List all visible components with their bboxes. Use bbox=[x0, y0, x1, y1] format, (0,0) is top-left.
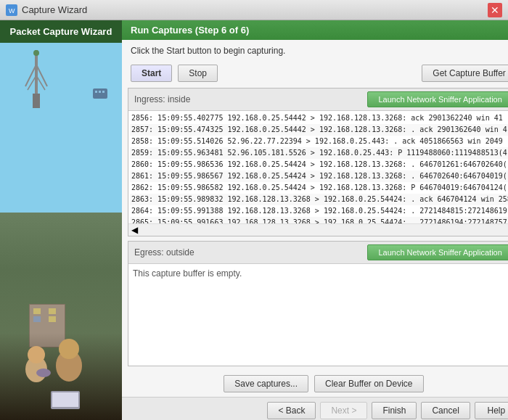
content-area: Run Captures (Step 6 of 6) Click the Sta… bbox=[122, 20, 508, 420]
clear-buffer-button[interactable]: Clear Buffer on Device bbox=[314, 375, 424, 392]
egress-section: Egress: outside Launch Network Sniffer A… bbox=[128, 241, 508, 366]
nav-buttons: < Back Next > Finish Cancel Help bbox=[122, 397, 508, 420]
log-entry: 2865: 15:09:55.991663 192.168.128.13.326… bbox=[130, 217, 508, 223]
ingress-header: Ingress: inside Launch Network Sniffer A… bbox=[128, 88, 508, 111]
log-entry: 2863: 15:09:55.989832 192.168.128.13.326… bbox=[130, 194, 508, 205]
svg-point-17 bbox=[59, 339, 79, 359]
log-entry: 2859: 15:09:55.963481 52.96.105.181.5526… bbox=[130, 147, 508, 159]
next-button: Next > bbox=[320, 402, 367, 419]
save-captures-button[interactable]: Save captures... bbox=[224, 375, 308, 392]
egress-header: Egress: outside Launch Network Sniffer A… bbox=[128, 242, 508, 264]
scroll-hint: ◀ ▶ bbox=[128, 223, 508, 236]
finish-button[interactable]: Finish bbox=[372, 402, 417, 419]
svg-text:W: W bbox=[9, 7, 15, 15]
sidebar: Packet Capture Wizard bbox=[0, 20, 122, 420]
log-entry: 2862: 15:09:55.986582 192.168.0.25.54424… bbox=[130, 182, 508, 194]
svg-rect-10 bbox=[95, 91, 97, 93]
ingress-section: Ingress: inside Launch Network Sniffer A… bbox=[128, 88, 508, 236]
help-button[interactable]: Help bbox=[475, 402, 508, 419]
log-entry: 2858: 15:09:55.514026 52.96.22.77.22394 … bbox=[130, 136, 508, 147]
step-header: Run Captures (Step 6 of 6) bbox=[122, 20, 508, 40]
svg-line-3 bbox=[25, 65, 36, 86]
sidebar-image bbox=[0, 43, 122, 420]
ingress-label: Ingress: inside bbox=[134, 94, 190, 104]
svg-rect-19 bbox=[52, 392, 78, 407]
launch-sniffer-egress-button[interactable]: Launch Network Sniffer Application bbox=[367, 244, 508, 260]
capture-controls: Start Stop Get Capture Buffer bbox=[122, 62, 508, 88]
svg-rect-9 bbox=[93, 88, 107, 99]
main-layout: Packet Capture Wizard bbox=[0, 20, 508, 420]
egress-log: This capture buffer is empty. bbox=[128, 264, 508, 366]
cancel-button[interactable]: Cancel bbox=[421, 402, 470, 419]
start-button[interactable]: Start bbox=[131, 65, 172, 82]
app-icon: W bbox=[6, 4, 17, 16]
sidebar-header: Packet Capture Wizard bbox=[0, 20, 122, 43]
svg-rect-11 bbox=[99, 91, 101, 93]
egress-label: Egress: outside bbox=[134, 247, 194, 258]
svg-rect-7 bbox=[33, 94, 40, 108]
log-entry: 2864: 15:09:55.991388 192.168.128.13.326… bbox=[130, 205, 508, 217]
svg-point-14 bbox=[28, 346, 45, 363]
instruction-text: Click the Start button to begin capturin… bbox=[122, 40, 508, 62]
stop-button[interactable]: Stop bbox=[178, 65, 218, 82]
log-entry: 2860: 15:09:55.986536 192.168.0.25.54424… bbox=[130, 159, 508, 170]
close-button[interactable]: ✕ bbox=[488, 3, 502, 17]
launch-sniffer-ingress-button[interactable]: Launch Network Sniffer Application bbox=[367, 91, 508, 107]
ingress-log[interactable]: 2856: 15:09:55.402775 192.168.0.25.54442… bbox=[128, 111, 508, 223]
svg-line-4 bbox=[36, 65, 47, 86]
title-bar: W Capture Wizard ✕ bbox=[0, 0, 508, 20]
svg-point-8 bbox=[33, 50, 39, 56]
egress-empty-text: This capture buffer is empty. bbox=[133, 268, 242, 279]
window-title: Capture Wizard bbox=[22, 4, 87, 15]
log-entry: 2861: 15:09:55.986567 192.168.0.25.54424… bbox=[130, 170, 508, 182]
bottom-action-buttons: Save captures... Clear Buffer on Device bbox=[122, 371, 508, 397]
log-entry: 2856: 15:09:55.402775 192.168.0.25.54442… bbox=[130, 112, 508, 124]
back-button[interactable]: < Back bbox=[267, 402, 316, 419]
svg-rect-2 bbox=[35, 50, 38, 94]
svg-rect-12 bbox=[102, 91, 105, 93]
svg-point-15 bbox=[36, 368, 51, 377]
log-entry: 2857: 15:09:55.474325 192.168.0.25.54442… bbox=[130, 124, 508, 136]
get-capture-buffer-button[interactable]: Get Capture Buffer bbox=[422, 65, 508, 82]
